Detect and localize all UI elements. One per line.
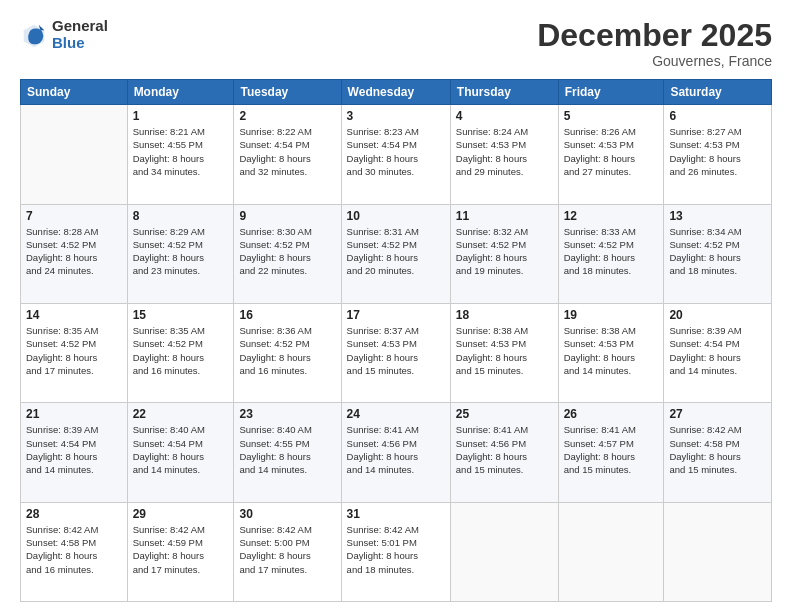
week-row-3: 14Sunrise: 8:35 AMSunset: 4:52 PMDayligh… [21,303,772,402]
day-info: Sunrise: 8:41 AMSunset: 4:56 PMDaylight:… [456,423,553,476]
day-info: Sunrise: 8:36 AMSunset: 4:52 PMDaylight:… [239,324,335,377]
day-info: Sunrise: 8:35 AMSunset: 4:52 PMDaylight:… [26,324,122,377]
day-number: 31 [347,507,445,521]
calendar-cell: 30Sunrise: 8:42 AMSunset: 5:00 PMDayligh… [234,502,341,601]
calendar-cell: 14Sunrise: 8:35 AMSunset: 4:52 PMDayligh… [21,303,128,402]
calendar-cell: 27Sunrise: 8:42 AMSunset: 4:58 PMDayligh… [664,403,772,502]
calendar-cell: 20Sunrise: 8:39 AMSunset: 4:54 PMDayligh… [664,303,772,402]
day-number: 2 [239,109,335,123]
day-info: Sunrise: 8:26 AMSunset: 4:53 PMDaylight:… [564,125,659,178]
calendar-cell: 22Sunrise: 8:40 AMSunset: 4:54 PMDayligh… [127,403,234,502]
day-number: 30 [239,507,335,521]
weekday-header-wednesday: Wednesday [341,80,450,105]
day-info: Sunrise: 8:39 AMSunset: 4:54 PMDaylight:… [26,423,122,476]
calendar-page: General Blue December 2025 Gouvernes, Fr… [0,0,792,612]
day-info: Sunrise: 8:31 AMSunset: 4:52 PMDaylight:… [347,225,445,278]
calendar-cell: 2Sunrise: 8:22 AMSunset: 4:54 PMDaylight… [234,105,341,204]
day-number: 16 [239,308,335,322]
month-year-title: December 2025 [537,18,772,53]
day-number: 10 [347,209,445,223]
day-number: 13 [669,209,766,223]
day-info: Sunrise: 8:27 AMSunset: 4:53 PMDaylight:… [669,125,766,178]
day-info: Sunrise: 8:32 AMSunset: 4:52 PMDaylight:… [456,225,553,278]
calendar-cell: 6Sunrise: 8:27 AMSunset: 4:53 PMDaylight… [664,105,772,204]
calendar-cell: 10Sunrise: 8:31 AMSunset: 4:52 PMDayligh… [341,204,450,303]
week-row-4: 21Sunrise: 8:39 AMSunset: 4:54 PMDayligh… [21,403,772,502]
day-number: 20 [669,308,766,322]
calendar-cell: 12Sunrise: 8:33 AMSunset: 4:52 PMDayligh… [558,204,664,303]
logo-text: General Blue [52,18,108,51]
day-info: Sunrise: 8:35 AMSunset: 4:52 PMDaylight:… [133,324,229,377]
weekday-header-thursday: Thursday [450,80,558,105]
calendar-cell [558,502,664,601]
day-info: Sunrise: 8:23 AMSunset: 4:54 PMDaylight:… [347,125,445,178]
calendar-cell: 18Sunrise: 8:38 AMSunset: 4:53 PMDayligh… [450,303,558,402]
calendar-cell: 1Sunrise: 8:21 AMSunset: 4:55 PMDaylight… [127,105,234,204]
day-number: 23 [239,407,335,421]
day-number: 19 [564,308,659,322]
day-number: 4 [456,109,553,123]
day-number: 17 [347,308,445,322]
calendar-cell: 26Sunrise: 8:41 AMSunset: 4:57 PMDayligh… [558,403,664,502]
week-row-5: 28Sunrise: 8:42 AMSunset: 4:58 PMDayligh… [21,502,772,601]
weekday-header-sunday: Sunday [21,80,128,105]
calendar-cell: 29Sunrise: 8:42 AMSunset: 4:59 PMDayligh… [127,502,234,601]
day-info: Sunrise: 8:38 AMSunset: 4:53 PMDaylight:… [564,324,659,377]
weekday-header-tuesday: Tuesday [234,80,341,105]
day-info: Sunrise: 8:41 AMSunset: 4:56 PMDaylight:… [347,423,445,476]
day-info: Sunrise: 8:39 AMSunset: 4:54 PMDaylight:… [669,324,766,377]
day-number: 6 [669,109,766,123]
calendar-cell: 17Sunrise: 8:37 AMSunset: 4:53 PMDayligh… [341,303,450,402]
logo-blue-text: Blue [52,35,108,52]
day-number: 22 [133,407,229,421]
day-info: Sunrise: 8:42 AMSunset: 4:58 PMDaylight:… [26,523,122,576]
calendar-cell: 4Sunrise: 8:24 AMSunset: 4:53 PMDaylight… [450,105,558,204]
calendar-cell: 25Sunrise: 8:41 AMSunset: 4:56 PMDayligh… [450,403,558,502]
day-info: Sunrise: 8:42 AMSunset: 4:58 PMDaylight:… [669,423,766,476]
day-number: 18 [456,308,553,322]
weekday-header-monday: Monday [127,80,234,105]
calendar-cell [450,502,558,601]
day-info: Sunrise: 8:33 AMSunset: 4:52 PMDaylight:… [564,225,659,278]
weekday-header-row: SundayMondayTuesdayWednesdayThursdayFrid… [21,80,772,105]
calendar-table: SundayMondayTuesdayWednesdayThursdayFrid… [20,79,772,602]
day-number: 7 [26,209,122,223]
day-number: 3 [347,109,445,123]
weekday-header-saturday: Saturday [664,80,772,105]
day-number: 21 [26,407,122,421]
day-number: 26 [564,407,659,421]
calendar-cell: 13Sunrise: 8:34 AMSunset: 4:52 PMDayligh… [664,204,772,303]
weekday-header-friday: Friday [558,80,664,105]
day-number: 25 [456,407,553,421]
calendar-cell: 7Sunrise: 8:28 AMSunset: 4:52 PMDaylight… [21,204,128,303]
day-number: 9 [239,209,335,223]
calendar-cell: 5Sunrise: 8:26 AMSunset: 4:53 PMDaylight… [558,105,664,204]
day-number: 5 [564,109,659,123]
calendar-cell: 19Sunrise: 8:38 AMSunset: 4:53 PMDayligh… [558,303,664,402]
calendar-cell: 8Sunrise: 8:29 AMSunset: 4:52 PMDaylight… [127,204,234,303]
calendar-cell: 16Sunrise: 8:36 AMSunset: 4:52 PMDayligh… [234,303,341,402]
calendar-cell: 24Sunrise: 8:41 AMSunset: 4:56 PMDayligh… [341,403,450,502]
day-info: Sunrise: 8:40 AMSunset: 4:55 PMDaylight:… [239,423,335,476]
calendar-cell: 11Sunrise: 8:32 AMSunset: 4:52 PMDayligh… [450,204,558,303]
day-number: 28 [26,507,122,521]
day-info: Sunrise: 8:22 AMSunset: 4:54 PMDaylight:… [239,125,335,178]
calendar-cell: 21Sunrise: 8:39 AMSunset: 4:54 PMDayligh… [21,403,128,502]
day-number: 8 [133,209,229,223]
day-info: Sunrise: 8:38 AMSunset: 4:53 PMDaylight:… [456,324,553,377]
day-info: Sunrise: 8:21 AMSunset: 4:55 PMDaylight:… [133,125,229,178]
day-info: Sunrise: 8:42 AMSunset: 4:59 PMDaylight:… [133,523,229,576]
day-info: Sunrise: 8:28 AMSunset: 4:52 PMDaylight:… [26,225,122,278]
calendar-cell: 9Sunrise: 8:30 AMSunset: 4:52 PMDaylight… [234,204,341,303]
day-number: 12 [564,209,659,223]
day-number: 11 [456,209,553,223]
day-number: 14 [26,308,122,322]
logo-general-text: General [52,18,108,35]
calendar-cell: 31Sunrise: 8:42 AMSunset: 5:01 PMDayligh… [341,502,450,601]
day-info: Sunrise: 8:34 AMSunset: 4:52 PMDaylight:… [669,225,766,278]
logo: General Blue [20,18,108,51]
day-info: Sunrise: 8:42 AMSunset: 5:01 PMDaylight:… [347,523,445,576]
calendar-cell: 23Sunrise: 8:40 AMSunset: 4:55 PMDayligh… [234,403,341,502]
calendar-cell [664,502,772,601]
day-info: Sunrise: 8:40 AMSunset: 4:54 PMDaylight:… [133,423,229,476]
